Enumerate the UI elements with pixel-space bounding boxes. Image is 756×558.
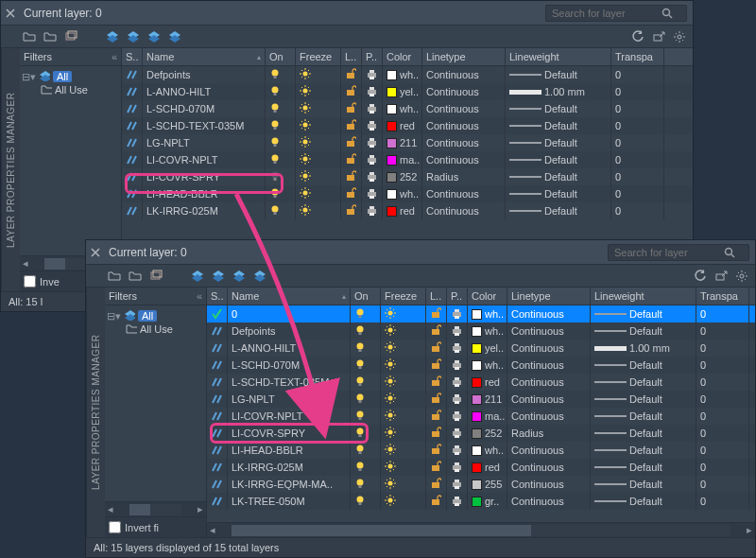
freeze-cell[interactable] <box>381 476 426 493</box>
name-cell[interactable]: L-SCHD-070M <box>143 100 266 117</box>
transparency-cell[interactable]: 0 <box>611 202 664 219</box>
invert-filter[interactable]: Invert fi <box>105 516 206 537</box>
collapse-filters-icon[interactable]: « <box>112 51 117 62</box>
layer-row[interactable]: L-SCHD-070Mwh..Continuous Default0 <box>207 357 755 374</box>
name-cell[interactable]: L-SCHD-070M <box>228 357 351 374</box>
layer-row[interactable]: LI-HEAD-BBLRwh..Continuous Default0 <box>122 185 693 202</box>
transparency-cell[interactable]: 0 <box>696 374 749 391</box>
export-icon[interactable] <box>651 29 666 44</box>
freeze-cell[interactable] <box>296 151 341 168</box>
on-cell[interactable] <box>351 391 381 408</box>
color-cell[interactable]: wh.. <box>468 442 507 459</box>
freeze-cell[interactable] <box>381 374 426 391</box>
lineweight-cell[interactable]: Default <box>591 493 696 510</box>
name-cell[interactable]: LK-IRRG-025M <box>228 459 351 476</box>
scroll-thumb[interactable] <box>232 525 531 536</box>
freeze-cell[interactable] <box>381 391 426 408</box>
color-cell[interactable]: 255 <box>468 476 507 493</box>
linetype-cell[interactable]: Radius <box>422 168 506 185</box>
refresh-icon[interactable] <box>693 269 708 284</box>
lock-cell[interactable] <box>426 357 447 374</box>
color-cell[interactable]: red <box>468 374 507 391</box>
on-cell[interactable] <box>266 117 296 134</box>
col-transparency[interactable]: Transpa <box>696 288 749 305</box>
linetype-cell[interactable]: Continuous <box>507 305 591 323</box>
settings-icon[interactable] <box>734 269 749 284</box>
transparency-cell[interactable]: 0 <box>696 493 749 510</box>
col-freeze[interactable]: Freeze <box>381 288 426 305</box>
lineweight-cell[interactable]: Default <box>591 408 696 425</box>
close-icon[interactable] <box>88 245 103 260</box>
status-cell[interactable] <box>207 442 228 459</box>
lineweight-cell[interactable]: Default <box>591 374 696 391</box>
scroll-track[interactable] <box>129 504 181 515</box>
plot-cell[interactable] <box>447 305 468 323</box>
setcurrent-icon[interactable] <box>252 269 267 284</box>
transparency-cell[interactable]: 0 <box>696 391 749 408</box>
linetype-cell[interactable]: Continuous <box>507 476 591 493</box>
lock-cell[interactable] <box>426 425 447 442</box>
name-cell[interactable]: LI-COVR-SPRY <box>228 425 351 442</box>
color-cell[interactable]: 252 <box>383 168 422 185</box>
lock-cell[interactable] <box>426 323 447 340</box>
lineweight-cell[interactable]: Default <box>591 425 696 442</box>
scroll-left-icon[interactable]: ◂ <box>105 503 116 515</box>
plot-cell[interactable] <box>447 374 468 391</box>
lock-cell[interactable] <box>341 100 362 117</box>
col-lock[interactable]: L.. <box>426 288 447 305</box>
transparency-cell[interactable]: 0 <box>696 442 749 459</box>
on-cell[interactable] <box>266 185 296 202</box>
name-cell[interactable]: L-ANNO-HILT <box>143 83 266 100</box>
lineweight-cell[interactable]: 1.00 mm <box>506 83 611 100</box>
settings-icon[interactable] <box>672 29 687 44</box>
transparency-cell[interactable]: 0 <box>696 340 749 357</box>
linetype-cell[interactable]: Continuous <box>507 493 591 510</box>
plot-cell[interactable] <box>362 83 383 100</box>
linetype-cell[interactable]: Continuous <box>422 117 506 134</box>
on-cell[interactable] <box>266 202 296 219</box>
transparency-cell[interactable]: 0 <box>611 83 664 100</box>
lineweight-cell[interactable]: Default <box>506 66 611 83</box>
linetype-cell[interactable]: Continuous <box>507 391 591 408</box>
name-cell[interactable]: LG-NPLT <box>143 134 266 151</box>
name-cell[interactable]: LI-COVR-NPLT <box>228 408 351 425</box>
linetype-cell[interactable]: Continuous <box>507 408 591 425</box>
lock-cell[interactable] <box>341 117 362 134</box>
on-cell[interactable] <box>351 425 381 442</box>
linetype-cell[interactable]: Continuous <box>507 357 591 374</box>
color-cell[interactable]: wh.. <box>468 323 507 340</box>
transparency-cell[interactable]: 0 <box>611 134 664 151</box>
invert-checkbox[interactable] <box>109 521 121 533</box>
lock-cell[interactable] <box>426 493 447 510</box>
name-cell[interactable]: L-ANNO-HILT <box>228 340 351 357</box>
layer-row[interactable]: Defpointswh..Continuous Default0 <box>122 66 693 83</box>
layer-row[interactable]: LK-IRRG-EQPM-MA..255Continuous Default0 <box>207 476 755 493</box>
new-layer-icon[interactable] <box>190 269 205 284</box>
status-cell[interactable] <box>207 305 228 323</box>
linetype-cell[interactable]: Continuous <box>422 151 506 168</box>
layerstate-icon[interactable] <box>63 29 78 44</box>
on-cell[interactable] <box>351 493 381 510</box>
collapse-filters-icon[interactable]: « <box>197 290 202 302</box>
color-cell[interactable]: wh.. <box>383 66 422 83</box>
layer-row[interactable]: LK-TREE-050Mgr..Continuous Default0 <box>207 493 755 510</box>
color-cell[interactable]: wh.. <box>383 185 422 202</box>
layers-icon[interactable] <box>211 269 226 284</box>
transparency-cell[interactable]: 0 <box>611 100 664 117</box>
plot-cell[interactable] <box>447 357 468 374</box>
col-lineweight[interactable]: Lineweight <box>591 288 696 305</box>
linetype-cell[interactable]: Continuous <box>507 323 591 340</box>
lineweight-cell[interactable]: Default <box>591 323 696 340</box>
transparency-cell[interactable]: 0 <box>696 476 749 493</box>
freeze-cell[interactable] <box>296 83 341 100</box>
freeze-cell[interactable] <box>381 305 426 323</box>
color-cell[interactable]: wh.. <box>468 305 507 323</box>
status-cell[interactable] <box>207 476 228 493</box>
lineweight-cell[interactable]: Default <box>506 151 611 168</box>
status-cell[interactable] <box>122 202 143 219</box>
color-cell[interactable]: red <box>468 459 507 476</box>
layer-row[interactable]: LI-COVR-NPLTma..Continuous Default0 <box>122 151 693 168</box>
plot-cell[interactable] <box>447 459 468 476</box>
on-cell[interactable] <box>266 100 296 117</box>
col-lock[interactable]: L.. <box>341 48 362 65</box>
